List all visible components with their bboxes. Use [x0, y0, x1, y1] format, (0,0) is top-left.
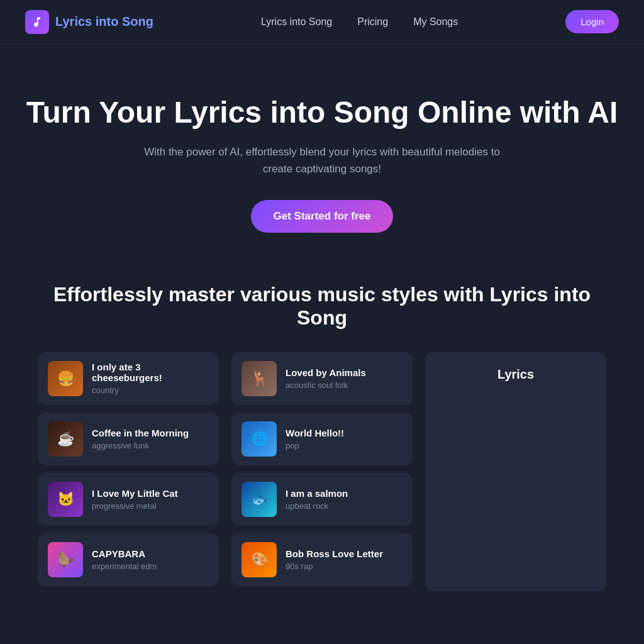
song-title: Loved by Animals	[286, 367, 366, 378]
song-card-left-2[interactable]: 🐱 I Love My Little Cat progressive metal	[38, 473, 219, 526]
nav-pricing[interactable]: Pricing	[357, 16, 388, 28]
hero-subtitle: With the power of AI, effortlessly blend…	[140, 143, 504, 177]
song-genre: acoustic soul folk	[286, 380, 366, 390]
song-title: Coffee in the Morning	[92, 428, 189, 438]
main-nav: Lyrics into Song Pricing My Songs	[261, 16, 458, 28]
song-card-left-0[interactable]: 🍔 I only ate 3 cheeseburgers! country	[38, 352, 219, 405]
song-thumbnail: 🐟	[242, 482, 277, 517]
song-genre: pop	[286, 441, 344, 450]
cards-grid: 🍔 I only ate 3 cheeseburgers! country ☕ …	[38, 352, 606, 591]
song-title: I only ate 3 cheeseburgers!	[92, 362, 209, 383]
song-thumbnail: 🍔	[48, 361, 83, 396]
song-thumbnail: 🦫	[48, 542, 83, 577]
cta-button[interactable]: Get Started for free	[251, 200, 394, 233]
song-card-center-3[interactable]: 🎨 Bob Ross Love Letter 90s rap	[231, 533, 413, 586]
song-card-left-3[interactable]: 🦫 CAPYBARA experimental edm	[38, 533, 219, 586]
song-title: CAPYBARA	[92, 548, 157, 559]
right-col-title: Lyrics	[440, 367, 591, 382]
logo-icon	[25, 10, 49, 34]
song-info: Loved by Animals acoustic soul folk	[286, 367, 366, 390]
song-info: Coffee in the Morning aggressive funk	[92, 428, 189, 450]
song-genre: 90s rap	[286, 562, 383, 571]
song-genre: upbeat rock	[286, 501, 348, 511]
song-thumbnail: 🐱	[48, 482, 83, 517]
logo[interactable]: Lyrics into Song	[25, 10, 153, 34]
left-column: 🍔 I only ate 3 cheeseburgers! country ☕ …	[38, 352, 219, 586]
hero-section: Turn Your Lyrics into Song Online with A…	[0, 44, 644, 270]
song-info: I only ate 3 cheeseburgers! country	[92, 362, 209, 395]
song-card-center-2[interactable]: 🐟 I am a salmon upbeat rock	[231, 473, 413, 526]
song-genre: progressive metal	[92, 501, 178, 511]
center-column: 🦌 Loved by Animals acoustic soul folk 🌐 …	[231, 352, 413, 586]
song-info: World Hello!! pop	[286, 428, 344, 450]
song-info: CAPYBARA experimental edm	[92, 548, 157, 571]
song-card-left-1[interactable]: ☕ Coffee in the Morning aggressive funk	[38, 413, 219, 465]
song-thumbnail: 🎨	[242, 542, 277, 577]
login-button[interactable]: Login	[565, 10, 619, 33]
right-column: Lyrics	[425, 352, 606, 591]
nav-lyrics-into-song[interactable]: Lyrics into Song	[261, 16, 332, 28]
song-info: I am a salmon upbeat rock	[286, 488, 348, 511]
song-title: Bob Ross Love Letter	[286, 548, 383, 559]
song-card-center-0[interactable]: 🦌 Loved by Animals acoustic soul folk	[231, 352, 413, 405]
song-genre: country	[92, 386, 209, 395]
song-thumbnail: ☕	[48, 421, 83, 457]
what-section: What is Lyrics into Song ?	[0, 629, 644, 644]
song-info: Bob Ross Love Letter 90s rap	[286, 548, 383, 571]
nav-my-songs[interactable]: My Songs	[413, 16, 458, 28]
song-genre: experimental edm	[92, 562, 157, 571]
song-title: I Love My Little Cat	[92, 488, 178, 499]
song-info: I Love My Little Cat progressive metal	[92, 488, 178, 511]
song-thumbnail: 🦌	[242, 361, 277, 396]
song-title: I am a salmon	[286, 488, 348, 499]
song-thumbnail: 🌐	[242, 421, 277, 457]
song-card-center-1[interactable]: 🌐 World Hello!! pop	[231, 413, 413, 465]
song-genre: aggressive funk	[92, 441, 189, 450]
song-title: World Hello!!	[286, 428, 344, 438]
logo-text: Lyrics into Song	[55, 14, 153, 29]
styles-section: Effortlessly master various music styles…	[0, 270, 644, 629]
styles-heading: Effortlessly master various music styles…	[38, 283, 606, 330]
hero-title: Turn Your Lyrics into Song Online with A…	[25, 94, 619, 131]
